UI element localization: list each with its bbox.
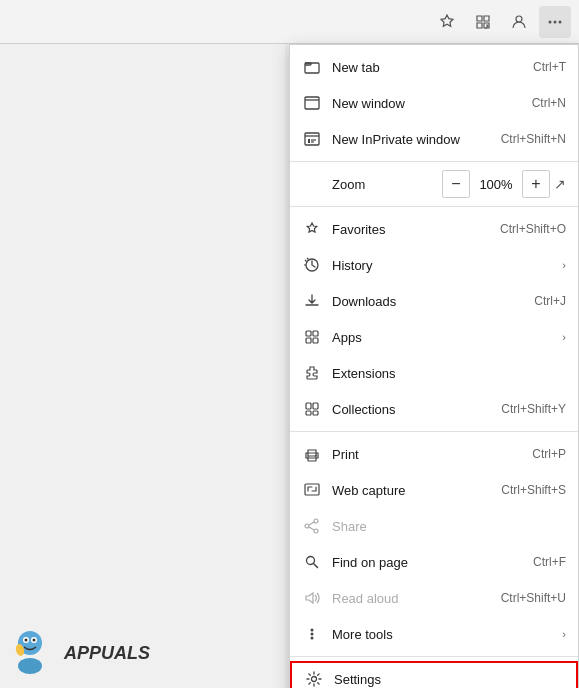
print-icon [302,444,322,464]
favorites-toolbar-icon[interactable] [431,6,463,38]
menu-item-new-window[interactable]: New window Ctrl+N [290,85,578,121]
readaloud-shortcut: Ctrl+Shift+U [501,591,566,605]
svg-rect-14 [306,411,311,415]
more-toolbar-icon[interactable] [539,6,571,38]
appuals-text: APPUALS [64,643,150,664]
favorites-shortcut: Ctrl+Shift+O [500,222,566,236]
svg-point-23 [311,629,314,632]
appuals-logo: APPUALS [10,628,150,678]
inprivate-shortcut: Ctrl+Shift+N [501,132,566,146]
svg-point-20 [314,529,318,533]
menu-item-collections[interactable]: Collections Ctrl+Shift+Y [290,391,578,427]
zoom-minus-button[interactable]: − [442,170,470,198]
svg-point-19 [314,519,318,523]
svg-rect-8 [306,331,311,336]
menu-item-settings[interactable]: Settings [290,661,578,688]
webcapture-icon [302,480,322,500]
svg-point-22 [307,557,315,565]
svg-rect-10 [306,338,311,343]
history-arrow: › [562,259,566,271]
downloads-icon [302,291,322,311]
collections-icon [302,399,322,419]
menu-item-inprivate[interactable]: New InPrivate window Ctrl+Shift+N [290,121,578,157]
collections-label: Collections [332,402,493,417]
extensions-label: Extensions [332,366,566,381]
new-window-label: New window [332,96,524,111]
menu-item-favorites[interactable]: Favorites Ctrl+Shift+O [290,211,578,247]
webcapture-label: Web capture [332,483,493,498]
moretools-arrow: › [562,628,566,640]
zoom-label: Zoom [332,177,442,192]
inprivate-label: New InPrivate window [332,132,493,147]
dropdown-menu: New tab Ctrl+T New window Ctrl+N New InP… [289,44,579,688]
svg-point-30 [18,658,42,674]
downloads-label: Downloads [332,294,526,309]
zoom-expand-icon[interactable]: ↗ [554,176,566,192]
inprivate-icon [302,129,322,149]
apps-icon [302,327,322,347]
share-icon [302,516,322,536]
menu-item-findonpage[interactable]: Find on page Ctrl+F [290,544,578,580]
new-tab-label: New tab [332,60,525,75]
print-shortcut: Ctrl+P [532,447,566,461]
svg-point-33 [25,639,28,642]
svg-point-21 [305,524,309,528]
svg-rect-12 [306,403,311,409]
profile-toolbar-icon[interactable] [503,6,535,38]
favorites-icon [302,219,322,239]
appuals-character-icon [10,628,60,678]
window-icon [302,93,322,113]
new-window-shortcut: Ctrl+N [532,96,566,110]
page-background [0,44,285,688]
svg-rect-18 [305,484,319,495]
zoom-value: 100% [478,177,514,192]
svg-point-25 [311,637,314,640]
divider-3 [290,431,578,432]
svg-rect-15 [313,411,318,415]
browser-chrome [0,0,579,44]
divider-2 [290,206,578,207]
menu-item-new-tab[interactable]: New tab Ctrl+T [290,49,578,85]
webcapture-shortcut: Ctrl+Shift+S [501,483,566,497]
svg-point-1 [549,20,552,23]
svg-rect-6 [305,133,319,145]
divider-1 [290,161,578,162]
menu-item-webcapture[interactable]: Web capture Ctrl+Shift+S [290,472,578,508]
readaloud-icon [302,588,322,608]
favorites-label: Favorites [332,222,492,237]
menu-item-apps[interactable]: Apps › [290,319,578,355]
find-icon [302,552,322,572]
share-label: Share [332,519,566,534]
menu-item-downloads[interactable]: Downloads Ctrl+J [290,283,578,319]
tab-icon [302,57,322,77]
moretools-icon [302,624,322,644]
svg-point-24 [311,633,314,636]
menu-item-history[interactable]: History › [290,247,578,283]
svg-point-34 [33,639,36,642]
divider-4 [290,656,578,657]
moretools-label: More tools [332,627,558,642]
svg-rect-5 [305,97,319,109]
downloads-shortcut: Ctrl+J [534,294,566,308]
settings-label: Settings [334,672,564,687]
zoom-row: Zoom − 100% + ↗ [290,166,578,202]
print-label: Print [332,447,524,462]
menu-item-moretools[interactable]: More tools › [290,616,578,652]
collections-toolbar-icon[interactable] [467,6,499,38]
apps-arrow: › [562,331,566,343]
zoom-plus-button[interactable]: + [522,170,550,198]
svg-point-2 [554,20,557,23]
readaloud-label: Read aloud [332,591,493,606]
menu-item-readaloud[interactable]: Read aloud Ctrl+Shift+U [290,580,578,616]
svg-rect-11 [313,338,318,343]
svg-point-3 [559,20,562,23]
menu-item-share[interactable]: Share [290,508,578,544]
svg-point-0 [516,16,522,22]
history-icon [302,255,322,275]
findonpage-label: Find on page [332,555,525,570]
extensions-icon [302,363,322,383]
history-label: History [332,258,558,273]
svg-rect-13 [313,403,318,409]
menu-item-print[interactable]: Print Ctrl+P [290,436,578,472]
menu-item-extensions[interactable]: Extensions [290,355,578,391]
